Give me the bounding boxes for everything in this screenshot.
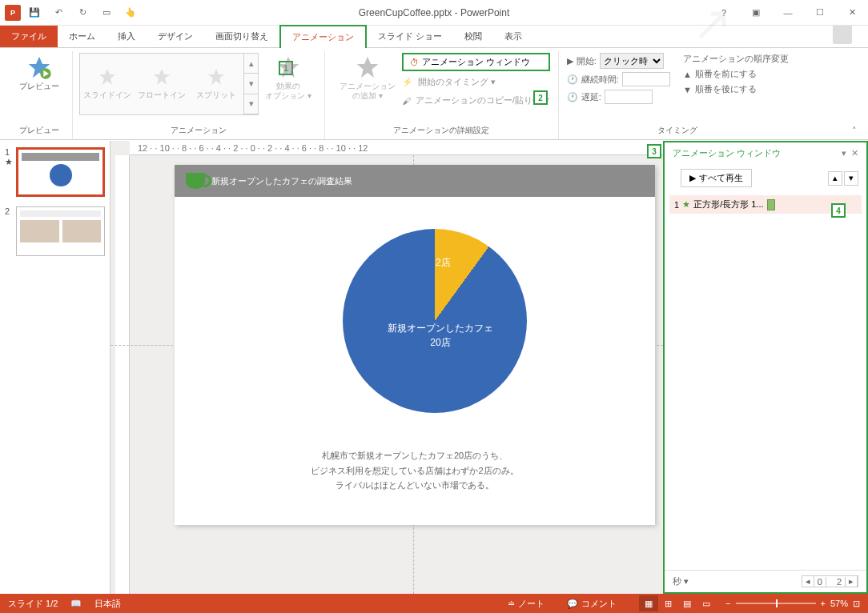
close-button[interactable]: ✕ — [836, 2, 868, 24]
down-icon: ▼ — [683, 85, 692, 94]
minimize-button[interactable]: — — [772, 2, 804, 24]
tab-transitions[interactable]: 画面切り替え — [204, 26, 279, 47]
save-button[interactable]: 💾 — [24, 2, 45, 23]
collapse-ribbon-button[interactable]: ˄ — [847, 122, 862, 139]
slide-thumbnail-1[interactable] — [16, 147, 105, 197]
svg-marker-4 — [154, 69, 170, 85]
zoom-in-button[interactable]: + — [821, 599, 826, 608]
tab-review[interactable]: 校閲 — [453, 26, 493, 47]
undo-button[interactable]: ↶ — [48, 2, 69, 23]
animation-painter-button[interactable]: 🖌アニメーションのコピー/貼り付け — [402, 93, 550, 108]
window-title: GreenCupCoffee.pptx - PowerPoint — [359, 7, 510, 18]
normal-view-button[interactable]: ▦ — [639, 595, 658, 611]
slide-thumbnails-panel: 1★ 2 — [0, 141, 111, 594]
title-bar: P 💾 ↶ ↻ ▭ 👆 GreenCupCoffee.pptx - PowerP… — [0, 0, 868, 26]
slide-edit-area[interactable]: 12 · · 10 · · 8 · · 6 · · 4 · · 2 · · 0 … — [111, 141, 663, 594]
zoom-out-button[interactable]: − — [725, 599, 730, 608]
timeline-scroll[interactable]: ◂0 2▸ — [802, 575, 858, 587]
duration-input[interactable] — [622, 72, 670, 86]
slide-title-bar[interactable]: 新規オープンしたカフェの調査結果 — [175, 165, 655, 197]
slide-sorter-button[interactable]: ⊞ — [658, 595, 677, 611]
start-select[interactable]: クリック時 — [600, 53, 664, 69]
star-plus-icon — [355, 54, 380, 80]
ribbon-options-button[interactable]: ▣ — [740, 2, 772, 24]
fit-to-window-button[interactable]: ⊡ — [853, 599, 860, 609]
reading-view-button[interactable]: ▤ — [677, 595, 697, 611]
quick-access-toolbar: P 💾 ↶ ↻ ▭ 👆 — [0, 2, 141, 23]
help-button[interactable]: ? — [708, 2, 740, 24]
comments-button[interactable]: 💬 コメント — [567, 598, 617, 610]
svg-marker-6 — [278, 57, 299, 78]
callout-2: 2 — [533, 90, 548, 105]
animation-pane-button[interactable]: ⏱ アニメーション ウィンドウ — [402, 53, 550, 71]
tab-view[interactable]: 表示 — [493, 26, 533, 47]
tab-insert[interactable]: 挿入 — [106, 26, 147, 47]
start-from-beginning-button[interactable]: ▭ — [96, 2, 117, 23]
up-icon: ▲ — [683, 70, 692, 79]
brush-icon: 🖌 — [402, 96, 411, 106]
tab-slideshow[interactable]: スライド ショー — [367, 26, 453, 47]
play-all-button[interactable]: ▶ すべて再生 — [681, 169, 752, 187]
slide-title: 新規オープンしたカフェの調査結果 — [211, 175, 352, 187]
group-timing: ▶開始:クリック時 🕐継続時間: 🕐遅延: アニメーションの順序変更 ▲順番を前… — [559, 51, 797, 139]
group-preview: プレビュー プレビュー — [6, 51, 73, 139]
reorder-down-button[interactable]: ▾ — [844, 171, 858, 186]
zoom-slider[interactable] — [736, 603, 816, 604]
move-later-button[interactable]: ▼順番を後にする — [683, 82, 789, 97]
animation-gallery[interactable]: スライドイン フロートイン スプリット ▴▾▾ — [79, 53, 259, 115]
clock-icon: 🕐 — [567, 92, 578, 102]
pie-chart[interactable]: 2店 新規オープンしたカフェ 20店 — [343, 229, 527, 413]
zoom-control[interactable]: − + 57% ⊡ — [725, 599, 860, 609]
pie-label-small: 2店 — [436, 256, 451, 270]
anim-split[interactable]: スプリット — [189, 54, 243, 114]
tab-file[interactable]: ファイル — [0, 26, 58, 47]
touch-mode-button[interactable]: 👆 — [120, 2, 141, 23]
lightning-icon: ⚡ — [402, 77, 413, 87]
entrance-star-icon: ★ — [682, 199, 690, 210]
add-animation-button[interactable]: アニメーション の追加 ▾ — [333, 51, 402, 108]
powerpoint-icon: P — [5, 5, 21, 21]
slide-thumbnail-2[interactable] — [16, 206, 105, 256]
clock-icon: ⏱ — [410, 58, 419, 67]
animation-pane: アニメーション ウィンドウ ▾✕ ▶ すべて再生 ▴ ▾ 1 ★ 正方形/長方形… — [663, 141, 868, 594]
timeline-block — [767, 199, 775, 210]
clock-icon: 🕐 — [567, 74, 578, 85]
trigger-button[interactable]: ⚡開始のタイミング ▾ — [402, 74, 550, 90]
slideshow-view-button[interactable]: ▭ — [697, 595, 716, 611]
group-advanced-animation: アニメーション の追加 ▾ ⏱ アニメーション ウィンドウ ⚡開始のタイミング … — [325, 51, 559, 139]
delay-input[interactable] — [605, 90, 653, 104]
cup-icon — [186, 173, 205, 189]
ribbon: プレビュー プレビュー スライドイン フロートイン スプリット ▴▾▾ 効果の … — [0, 48, 868, 140]
gallery-up[interactable]: ▴ — [244, 54, 258, 74]
slide-counter[interactable]: スライド 1/2 — [8, 598, 58, 610]
star-icon — [275, 54, 301, 80]
svg-marker-5 — [208, 69, 224, 85]
pane-dropdown[interactable]: ▾ — [842, 148, 846, 158]
zoom-level[interactable]: 57% — [830, 599, 848, 608]
gallery-more[interactable]: ▾ — [244, 94, 258, 114]
anim-floatin[interactable]: フロートイン — [135, 54, 189, 114]
status-bar: スライド 1/2 📖 日本語 ≐ ノート 💬 コメント ▦ ⊞ ▤ ▭ − + … — [0, 594, 868, 613]
preview-button[interactable]: プレビュー — [13, 51, 66, 94]
thumb-num-2: 2 — [5, 206, 16, 256]
animation-pane-title: アニメーション ウィンドウ — [673, 147, 781, 159]
star-play-icon — [26, 54, 52, 80]
tab-design[interactable]: デザイン — [147, 26, 204, 47]
slide-canvas[interactable]: 新規オープンしたカフェの調査結果 2店 新規オープンしたカフェ 20店 札幌市で… — [175, 165, 655, 525]
pane-close-button[interactable]: ✕ — [851, 148, 858, 158]
redo-button[interactable]: ↻ — [72, 2, 93, 23]
horizontal-ruler: 12 · · 10 · · 8 · · 6 · · 4 · · 2 · · 0 … — [130, 141, 663, 155]
spell-check-icon[interactable]: 📖 — [70, 599, 82, 609]
reorder-up-button[interactable]: ▴ — [828, 171, 842, 186]
effect-options-button[interactable]: 効果の オプション ▾ — [259, 51, 318, 104]
maximize-button[interactable]: ☐ — [804, 2, 836, 24]
group-animation: スライドイン フロートイン スプリット ▴▾▾ 効果の オプション ▾ アニメー… — [73, 51, 325, 139]
gallery-down[interactable]: ▾ — [244, 74, 258, 94]
tab-home[interactable]: ホーム — [58, 26, 106, 47]
language-indicator[interactable]: 日本語 — [94, 598, 121, 610]
anim-slidein[interactable]: スライドイン — [80, 54, 135, 114]
tab-animations[interactable]: アニメーション — [279, 25, 367, 48]
move-earlier-button[interactable]: ▲順番を前にする — [683, 66, 789, 82]
notes-button[interactable]: ≐ ノート — [508, 598, 545, 610]
slide-body-text[interactable]: 札幌市で新規オープンしたカフェ20店のうち、 ビジネス利用を想定している店舗はわ… — [175, 448, 655, 493]
